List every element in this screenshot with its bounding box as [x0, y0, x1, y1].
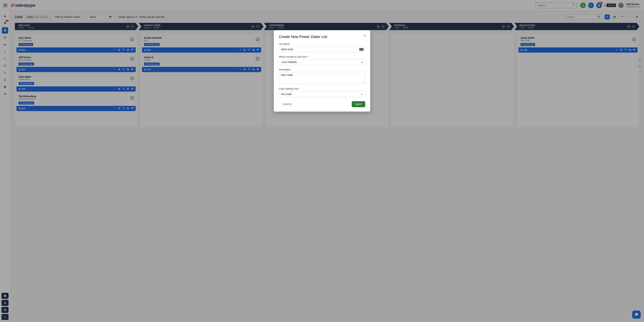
- personalize-button[interactable]: •••: [359, 48, 364, 51]
- create-dialer-list-modal: ✕ Create New Power Dialer List List Name…: [274, 30, 370, 112]
- save-button[interactable]: SAVE: [352, 101, 365, 107]
- copy-settings-select[interactable]: Hot Leads: [279, 91, 365, 97]
- list-name-input[interactable]: [279, 46, 365, 52]
- call-from-label: Which number to call from? *: [279, 56, 365, 58]
- cancel-button[interactable]: CANCEL: [279, 101, 296, 107]
- description-label: Description: [279, 68, 365, 71]
- description-textarea[interactable]: [279, 72, 365, 84]
- list-name-label: List Name *: [279, 43, 365, 46]
- modal-close-button[interactable]: ✕: [363, 34, 367, 38]
- copy-settings-label: Copy Settings from: [279, 88, 365, 90]
- modal-overlay[interactable]: ✕ Create New Power Dialer List List Name…: [0, 0, 644, 322]
- modal-title: Create New Power Dialer List: [279, 34, 365, 39]
- call-from-select[interactable]: +15177605935: [279, 59, 365, 65]
